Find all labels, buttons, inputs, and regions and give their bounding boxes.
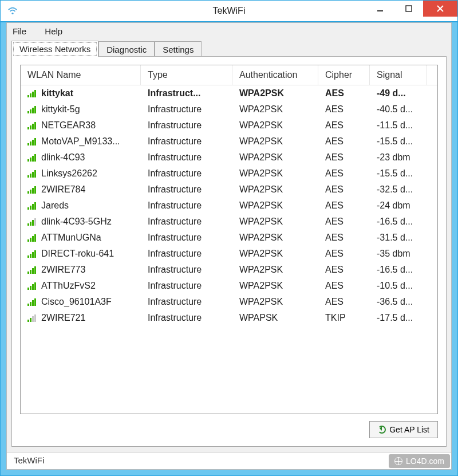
cell-name: kittykit-5g: [21, 103, 141, 116]
cell-auth: WPA2PSK: [232, 151, 318, 164]
cell-signal: -23 dbm: [370, 151, 427, 164]
cell-cipher: AES: [318, 103, 370, 116]
network-row[interactable]: DIRECT-roku-641InfrastructureWPA2PSKAES-…: [21, 246, 437, 262]
cell-auth: WPA2PSK: [232, 263, 318, 276]
svg-rect-2: [406, 6, 412, 11]
network-row[interactable]: 2WIRE784InfrastructureWPA2PSKAES-32.5 d.…: [21, 182, 437, 198]
cell-signal: -15.5 d...: [370, 135, 427, 148]
cell-name: ATThUzFvS2: [21, 280, 141, 292]
signal-bars-icon: [27, 282, 38, 290]
cell-cipher: AES: [318, 183, 370, 196]
network-row[interactable]: ATThUzFvS2InfrastructureWPA2PSKAES-10.5 …: [21, 278, 437, 294]
network-row[interactable]: 2WIRE773InfrastructureWPA2PSKAES-16.5 d.…: [21, 262, 437, 278]
cell-signal: -16.5 d...: [370, 215, 427, 228]
cell-signal: -11.5 d...: [370, 119, 427, 132]
list-body: kittykatInfrastruct...WPA2PSKAES-49 d...…: [21, 85, 437, 414]
cell-cipher: AES: [318, 119, 370, 132]
cell-auth: WPA2PSK: [232, 183, 318, 196]
signal-bars-icon: [27, 202, 38, 210]
tab-page-wireless: WLAN Name Type Authentication Cipher Sig…: [11, 56, 447, 447]
network-row[interactable]: ATTMunUGNaInfrastructureWPA2PSKAES-31.5 …: [21, 230, 437, 246]
window-controls: [366, 1, 457, 18]
column-signal[interactable]: Signal: [370, 65, 427, 85]
tab-label: Diagnostic: [106, 45, 147, 54]
network-row[interactable]: Linksys26262InfrastructureWPA2PSKAES-15.…: [21, 166, 437, 182]
cell-signal: -15.5 d...: [370, 167, 427, 180]
inner-frame: File Help Wireless NetworksDiagnosticSet…: [6, 22, 452, 470]
network-row[interactable]: 2WIRE721InfrastructureWPAPSKTKIP-17.5 d.…: [21, 310, 437, 326]
cell-name: Linksys26262: [21, 167, 141, 180]
network-row[interactable]: dlink-4C93-5GHzInfrastructureWPA2PSKAES-…: [21, 214, 437, 230]
cell-auth: WPA2PSK: [232, 119, 318, 132]
network-row[interactable]: Cisco_96101A3FInfrastructureWPA2PSKAES-3…: [21, 294, 437, 310]
signal-bars-icon: [27, 250, 38, 258]
menu-help[interactable]: Help: [45, 26, 62, 36]
network-name: 2WIRE784: [41, 184, 85, 195]
cell-signal: -40.5 d...: [370, 103, 427, 116]
cell-cipher: AES: [318, 231, 370, 244]
cell-type: Infrastructure: [141, 103, 232, 116]
cell-type: Infrastructure: [141, 312, 232, 324]
tab-wireless-networks[interactable]: Wireless Networks: [11, 41, 98, 57]
network-list[interactable]: WLAN Name Type Authentication Cipher Sig…: [20, 65, 438, 414]
network-row[interactable]: kittykit-5gInfrastructureWPA2PSKAES-40.5…: [21, 101, 437, 117]
get-ap-list-button[interactable]: Get AP List: [369, 421, 438, 438]
tab-diagnostic[interactable]: Diagnostic: [98, 41, 155, 57]
cell-signal: -17.5 d...: [370, 312, 427, 324]
signal-bars-icon: [27, 105, 38, 113]
network-name: MotoVAP_M9133...: [41, 136, 120, 147]
cell-type: Infrastructure: [141, 183, 232, 196]
cell-name: NETGEAR38: [21, 119, 141, 132]
cell-cipher: AES: [318, 167, 370, 180]
network-row[interactable]: NETGEAR38InfrastructureWPA2PSKAES-11.5 d…: [21, 117, 437, 133]
column-type[interactable]: Type: [141, 65, 232, 85]
column-cipher[interactable]: Cipher: [318, 65, 370, 85]
cell-auth: WPA2PSK: [232, 135, 318, 148]
minimize-button[interactable]: [366, 1, 394, 17]
network-name: kittykat: [41, 88, 73, 99]
cell-name: 2WIRE721: [21, 312, 141, 324]
cell-signal: -35 dbm: [370, 247, 427, 260]
column-wlan-name[interactable]: WLAN Name: [21, 65, 141, 85]
cell-cipher: AES: [318, 215, 370, 228]
network-row[interactable]: MotoVAP_M9133...InfrastructureWPA2PSKAES…: [21, 133, 437, 150]
network-name: Jareds: [41, 200, 69, 211]
network-name: ATThUzFvS2: [41, 281, 96, 291]
cell-auth: WPA2PSK: [232, 247, 318, 260]
column-auth[interactable]: Authentication: [232, 65, 318, 85]
cell-cipher: AES: [318, 199, 370, 212]
signal-bars-icon: [27, 137, 38, 145]
tab-label: Settings: [163, 45, 194, 54]
cell-auth: WPAPSK: [232, 312, 318, 324]
cell-signal: -32.5 d...: [370, 183, 427, 196]
signal-bars-icon: [27, 314, 38, 322]
cell-type: Infrastructure: [141, 280, 232, 292]
menu-file[interactable]: File: [13, 26, 26, 36]
cell-cipher: AES: [318, 247, 370, 260]
close-button[interactable]: [423, 1, 457, 17]
statusbar: TekWiFi: [7, 452, 451, 469]
cell-cipher: AES: [318, 263, 370, 276]
client-area: File Help Wireless NetworksDiagnosticSet…: [1, 22, 457, 475]
tab-label: Wireless Networks: [19, 44, 90, 54]
network-name: 2WIRE773: [41, 265, 85, 275]
network-row[interactable]: JaredsInfrastructureWPA2PSKAES-24 dbm: [21, 198, 437, 214]
cell-name: MotoVAP_M9133...: [21, 135, 141, 148]
cell-auth: WPA2PSK: [232, 199, 318, 212]
cell-cipher: AES: [318, 87, 370, 100]
network-row[interactable]: kittykatInfrastruct...WPA2PSKAES-49 d...: [21, 85, 437, 101]
signal-bars-icon: [27, 170, 38, 178]
cell-cipher: TKIP: [318, 312, 370, 324]
tab-settings[interactable]: Settings: [155, 41, 202, 57]
signal-bars-icon: [27, 266, 38, 274]
cell-cipher: AES: [318, 151, 370, 164]
list-header: WLAN Name Type Authentication Cipher Sig…: [21, 65, 437, 85]
maximize-button[interactable]: [394, 1, 423, 17]
network-row[interactable]: dlink-4C93InfrastructureWPA2PSKAES-23 db…: [21, 150, 437, 166]
cell-signal: -10.5 d...: [370, 280, 427, 292]
network-name: dlink-4C93-5GHz: [41, 217, 112, 227]
cell-auth: WPA2PSK: [232, 280, 318, 292]
cell-signal: -24 dbm: [370, 199, 427, 212]
button-row: Get AP List: [20, 421, 438, 438]
network-name: NETGEAR38: [41, 120, 96, 131]
